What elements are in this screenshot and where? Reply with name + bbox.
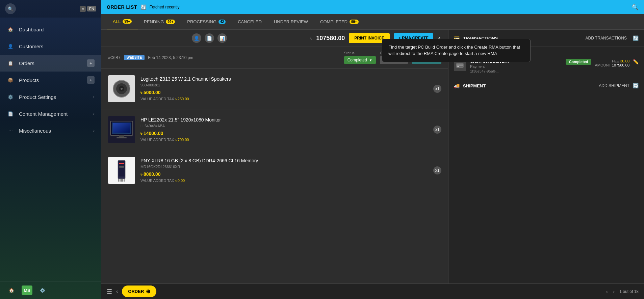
product-info-2: PNY XLR8 16 GB (2 x 8 GB) DDR4-2666 CL16… — [140, 158, 428, 183]
topbar-title: ORDER LIST — [107, 4, 137, 10]
sidebar-label-content-management: Content Management — [19, 111, 88, 117]
tab-processing[interactable]: PROCESSING 42 — [181, 14, 232, 29]
pagination: ‹ › 1 out of 18 — [604, 288, 639, 295]
language-switcher[interactable]: বা EN — [80, 6, 96, 12]
tab-pending[interactable]: PENDING 99+ — [138, 14, 181, 29]
svg-rect-11 — [119, 163, 124, 164]
transaction-edit-icon[interactable]: ✏️ — [633, 59, 639, 64]
tab-completed-label: COMPLETED — [320, 19, 347, 24]
tab-processing-label: PROCESSING — [187, 19, 216, 24]
product-name-2: PNY XLR8 16 GB (2 x 8 GB) DDR4-2666 CL16… — [140, 158, 428, 163]
product-price-2: ৳ 8000.00 — [140, 171, 428, 177]
tab-under-review[interactable]: UNDER REVIEW — [268, 14, 314, 29]
bottombar: ☰ ‹ ORDER ⊕ ‹ › 1 out of 18 — [101, 283, 644, 299]
products-add-button[interactable]: + — [87, 76, 95, 84]
page-info: 1 out of 18 — [619, 289, 639, 294]
fee-value: 30.00 — [620, 59, 629, 63]
sidebar-item-products[interactable]: 📦 Products + — [0, 72, 101, 88]
miscellaneous-icon: ⋯ — [7, 127, 14, 134]
transaction-sub: Payment — [470, 64, 562, 69]
topbar: ORDER LIST 🔄 Fetched recently 🔍 — [101, 0, 644, 14]
back-icon[interactable]: ‹ — [116, 289, 118, 295]
status-select[interactable]: Completed ▼ — [344, 56, 376, 64]
sidebar-header: 🔍 বা EN — [0, 0, 101, 18]
svg-rect-21 — [457, 64, 463, 66]
product-tax-2: VALUE ADDED TAX ৳ 0.00 — [140, 179, 428, 183]
transactions-refresh-button[interactable]: 🔄 — [633, 35, 639, 41]
sidebar-item-miscellaneous[interactable]: ⋯ Miscellaneous › — [0, 122, 101, 139]
products-icon: 📦 — [7, 76, 14, 84]
list-item: Logitech Z313 25 W 2.1 Channel Speakers … — [101, 69, 448, 109]
product-sku-2: MD16GK2D4266616XR — [140, 165, 428, 169]
person-icon[interactable]: 👤 — [192, 33, 201, 43]
sidebar-item-orders[interactable]: 📋 Orders + — [0, 55, 101, 72]
content-management-chevron-icon: › — [93, 111, 95, 116]
document-icon[interactable]: 📄 — [205, 33, 214, 43]
order-date: Feb 14 2023, 5:23:10 pm — [148, 55, 193, 60]
product-image-1 — [108, 116, 135, 143]
next-page-icon[interactable]: › — [611, 288, 617, 295]
product-name-0: Logitech Z313 25 W 2.1 Channel Speakers — [140, 76, 428, 82]
search-icon[interactable]: 🔍 — [5, 3, 16, 14]
footer-settings-icon[interactable]: ⚙️ — [38, 286, 47, 295]
transaction-amount-value: 107580.00 — [612, 63, 629, 67]
product-name-1: HP LE2202x 21.5" 1920x1080 Monitor — [140, 117, 428, 123]
footer-home-icon[interactable]: 🏠 — [7, 286, 16, 295]
product-settings-icon: ⚙️ — [7, 93, 14, 101]
product-price-1: ৳ 14000.00 — [140, 131, 428, 136]
sidebar-nav: 🏠 Dashboard 👤 Customers 📋 Orders + 📦 Pro… — [0, 18, 101, 281]
hamburger-icon[interactable]: ☰ — [107, 288, 112, 295]
sidebar-item-product-settings[interactable]: ⚙️ Product Settings › — [0, 88, 101, 105]
add-shipment-button[interactable]: ADD SHIPMENT — [599, 83, 629, 88]
lang-en[interactable]: EN — [87, 6, 96, 11]
tab-canceled[interactable]: CANCELED — [232, 14, 268, 29]
prev-page-icon[interactable]: ‹ — [604, 288, 610, 295]
shipment-refresh-button[interactable]: 🔄 — [633, 83, 639, 88]
truck-icon: 🚚 — [454, 83, 460, 88]
list-item: PNY XLR8 16 GB (2 x 8 GB) DDR4-2666 CL16… — [101, 150, 448, 191]
product-tax-1: VALUE ADDED TAX ৳ 700.00 — [140, 138, 428, 142]
tab-all-label: ALL — [113, 19, 121, 24]
footer-ms-badge[interactable]: MS — [22, 286, 32, 295]
transaction-amounts: FEE 30.00 AMOUNT 107580.00 — [595, 59, 629, 67]
product-qty-1: x1 — [433, 126, 441, 134]
product-list: Logitech Z313 25 W 2.1 Channel Speakers … — [101, 69, 448, 191]
product-info-1: HP LE2202x 21.5" 1920x1080 Monitor LL649… — [140, 117, 428, 142]
topbar-search-icon[interactable]: 🔍 — [632, 4, 639, 10]
shipment-section: 🚚 SHIPMENT ADD SHIPMENT 🔄 — [448, 78, 644, 93]
chart-icon[interactable]: 📊 — [217, 33, 227, 43]
orders-icon: 📋 — [7, 59, 14, 67]
sidebar-label-dashboard: Dashboard — [19, 27, 95, 32]
status-label: Status — [344, 51, 376, 55]
orders-add-button[interactable]: + — [87, 59, 95, 67]
sidebar-label-product-settings: Product Settings — [19, 94, 88, 100]
transaction-payment-id: 1f36e347-95a8-... — [470, 69, 562, 73]
tab-under-review-label: UNDER REVIEW — [274, 19, 308, 24]
add-transactions-button[interactable]: ADD TRANSACTIONS — [583, 34, 629, 42]
order-amount: 107580.00 — [316, 35, 345, 42]
product-settings-chevron-icon: › — [93, 94, 95, 99]
amount-label: AMOUNT — [595, 63, 611, 67]
svg-rect-6 — [113, 123, 130, 133]
order-panel: 👤 📄 📊 ৳ 107580.00 PRINT INVOICE + RMA CR… — [101, 30, 448, 283]
shipment-title: SHIPMENT — [463, 83, 595, 88]
sidebar-item-dashboard[interactable]: 🏠 Dashboard — [0, 21, 101, 38]
svg-rect-16 — [120, 179, 121, 182]
sidebar: 🔍 বা EN 🏠 Dashboard 👤 Customers 📋 Orders… — [0, 0, 101, 299]
sidebar-item-content-management[interactable]: 📄 Content Management › — [0, 105, 101, 122]
svg-point-3 — [121, 88, 123, 90]
sidebar-label-customers: Customers — [19, 44, 95, 49]
page-current: 1 — [619, 289, 622, 294]
svg-rect-17 — [121, 179, 122, 182]
order-button[interactable]: ORDER ⊕ — [122, 286, 156, 297]
lang-bn[interactable]: বা — [80, 6, 86, 12]
refresh-icon[interactable]: 🔄 — [140, 4, 146, 10]
tab-completed[interactable]: COMPLETED 99+ — [314, 14, 365, 29]
product-image-2 — [108, 157, 135, 184]
product-info-0: Logitech Z313 25 W 2.1 Channel Speakers … — [140, 76, 428, 101]
sidebar-item-customers[interactable]: 👤 Customers — [0, 38, 101, 55]
order-label: ORDER — [128, 289, 144, 294]
svg-rect-15 — [118, 179, 119, 182]
tab-canceled-label: CANCELED — [238, 19, 262, 24]
tab-all[interactable]: ALL 99+ — [107, 14, 138, 29]
